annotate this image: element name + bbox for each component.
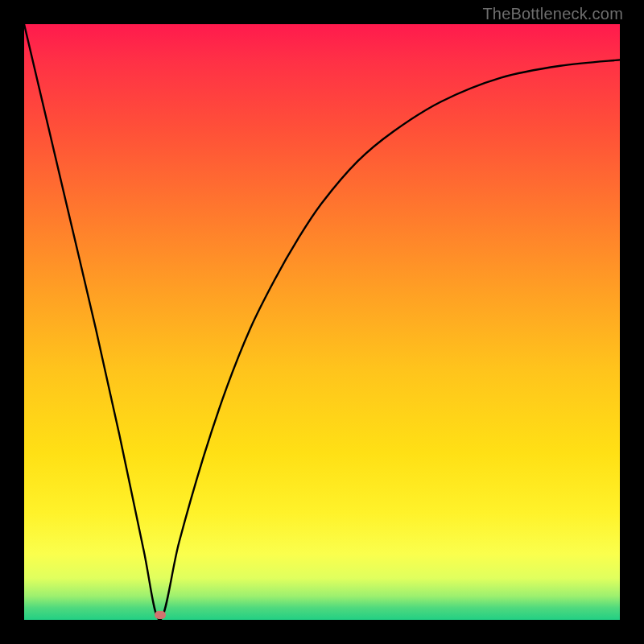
watermark-text: TheBottleneck.com <box>482 5 623 23</box>
plot-area <box>24 24 620 620</box>
chart-frame: TheBottleneck.com <box>0 0 644 644</box>
bottleneck-curve <box>24 24 620 620</box>
